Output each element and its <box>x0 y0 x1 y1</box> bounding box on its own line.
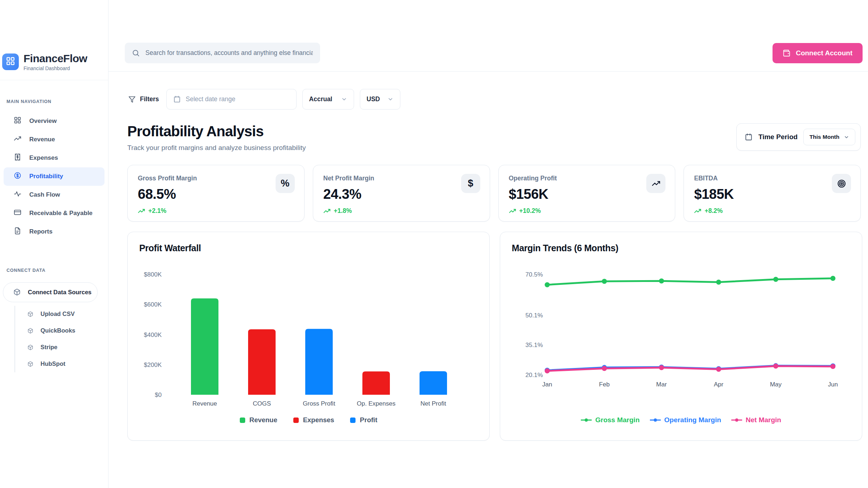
sidebar-item-cash-flow[interactable]: Cash Flow <box>4 186 105 204</box>
source-item-label: HubSpot <box>41 360 65 367</box>
data-source-list: Upload CSV QuickBooks Stripe HubSpot <box>14 306 108 372</box>
currency-value: USD <box>367 95 380 103</box>
legend-label: Revenue <box>250 416 277 424</box>
waterfall-bar <box>420 371 447 395</box>
sidebar-item-receivable-payable[interactable]: Receivable & Payable <box>4 204 105 223</box>
calendar-icon <box>745 133 753 141</box>
time-period-value: This Month <box>809 134 839 140</box>
package-icon <box>27 311 33 317</box>
wallet-icon <box>783 49 791 57</box>
brand-subtitle: Financial Dashboard <box>24 65 87 71</box>
date-range-picker[interactable] <box>166 89 297 110</box>
sidebar-item-overview[interactable]: Overview <box>4 112 105 130</box>
accounting-basis-select[interactable]: Accrual <box>302 89 354 110</box>
time-period-select[interactable]: This Month <box>803 129 855 145</box>
sidebar-item-label: Cash Flow <box>29 191 60 198</box>
funnel-icon <box>128 96 136 103</box>
sidebar-item-revenue[interactable]: Revenue <box>4 130 105 149</box>
trend-line <box>547 366 833 371</box>
source-item-label: Stripe <box>41 344 58 351</box>
waterfall-bar <box>362 371 390 395</box>
source-item-hubspot[interactable]: HubSpot <box>15 356 108 372</box>
trending-up-icon <box>323 207 331 215</box>
dollar-icon: $ <box>461 174 480 193</box>
percent-icon: % <box>276 174 295 193</box>
legend-swatch <box>293 418 299 423</box>
profit-waterfall-chart: $0$200K$400K$600K$800KRevenueCOGSGross P… <box>139 259 478 411</box>
kpi-label: Operating Profit <box>509 175 665 182</box>
data-point <box>716 367 721 372</box>
credit-card-icon <box>14 209 21 218</box>
chevron-down-icon <box>341 96 347 102</box>
date-range-input[interactable] <box>186 95 290 103</box>
data-point <box>545 282 550 287</box>
brand-name: FinanceFlow <box>24 53 87 64</box>
legend-item: Expenses <box>293 416 334 424</box>
global-search[interactable] <box>125 43 320 63</box>
kpi-value: $185K <box>694 187 850 202</box>
sidebar-item-profitability[interactable]: Profitability <box>4 167 105 186</box>
x-category-label: COGS <box>253 400 271 407</box>
grid-icon <box>14 116 21 126</box>
y-tick-label: 20.1% <box>526 372 543 378</box>
waterfall-bar <box>248 329 276 395</box>
y-tick-label: $600K <box>144 301 162 308</box>
connect-data-sources-label: Connect Data Sources <box>28 289 92 296</box>
brand-block: FinanceFlow Financial Dashboard <box>0 0 108 80</box>
charts-row: Profit Waterfall $0$200K$400K$600K$800KR… <box>127 232 861 441</box>
connect-data-sources-button[interactable]: Connect Data Sources <box>3 282 98 302</box>
receipt-icon <box>14 153 21 163</box>
legend-swatch <box>350 418 356 423</box>
data-point <box>659 278 664 283</box>
kpi-value: 68.5% <box>138 187 294 202</box>
filters-button[interactable]: Filters <box>128 95 159 103</box>
sidebar-item-label: Overview <box>29 117 57 125</box>
legend-label: Gross Margin <box>595 416 639 424</box>
trend-line <box>547 278 833 285</box>
grid-icon <box>6 56 15 67</box>
brand-logo <box>2 53 19 70</box>
filters-row: Filters Accrual USD <box>128 89 868 110</box>
x-category-label: Op. Expenses <box>357 400 396 407</box>
sidebar-item-label: Reports <box>29 228 52 235</box>
data-point <box>773 364 778 369</box>
package-icon <box>27 328 33 334</box>
trending-up-icon <box>14 135 21 144</box>
x-tick-label: Mar <box>656 381 667 388</box>
legend-label: Expenses <box>303 416 334 424</box>
section-header: Profitability Analysis Track your profit… <box>127 123 861 152</box>
y-tick-label: $200K <box>144 361 162 368</box>
sidebar-item-expenses[interactable]: Expenses <box>4 149 105 167</box>
search-icon <box>132 49 140 57</box>
main-content: Connect Account Filters Accrual USD Prof… <box>109 0 868 441</box>
dollar-circle-icon <box>14 172 21 181</box>
source-item-upload-csv[interactable]: Upload CSV <box>15 306 108 322</box>
package-icon <box>27 344 33 350</box>
source-item-label: Upload CSV <box>41 311 75 317</box>
x-tick-label: Feb <box>599 381 609 388</box>
kpi-value: 24.3% <box>323 187 480 202</box>
x-tick-label: Apr <box>714 381 724 388</box>
time-period-label: Time Period <box>758 133 797 141</box>
source-item-quickbooks[interactable]: QuickBooks <box>15 322 108 339</box>
kpi-label: EBITDA <box>694 175 850 182</box>
data-point <box>830 276 835 281</box>
sidebar-item-reports[interactable]: Reports <box>4 223 105 241</box>
margin-trends-legend: Gross MarginOperating MarginNet Margin <box>512 416 850 424</box>
legend-line-marker <box>581 418 592 423</box>
filters-label: Filters <box>140 95 159 103</box>
legend-line-marker <box>731 418 742 423</box>
y-tick-label: $800K <box>144 271 162 278</box>
chart-title: Margin Trends (6 Months) <box>512 243 850 253</box>
trending-up-icon <box>694 207 701 215</box>
currency-select[interactable]: USD <box>360 89 400 110</box>
profit-waterfall-legend: RevenueExpensesProfit <box>139 416 478 424</box>
chevron-down-icon <box>387 96 393 102</box>
kpi-value: $156K <box>509 187 665 202</box>
data-point <box>773 277 778 282</box>
source-item-stripe[interactable]: Stripe <box>15 339 108 356</box>
search-input[interactable] <box>145 49 313 57</box>
connect-account-button[interactable]: Connect Account <box>773 43 863 63</box>
main-navigation-label: MAIN NAVIGATION <box>7 99 108 104</box>
legend-line-marker <box>650 418 661 423</box>
